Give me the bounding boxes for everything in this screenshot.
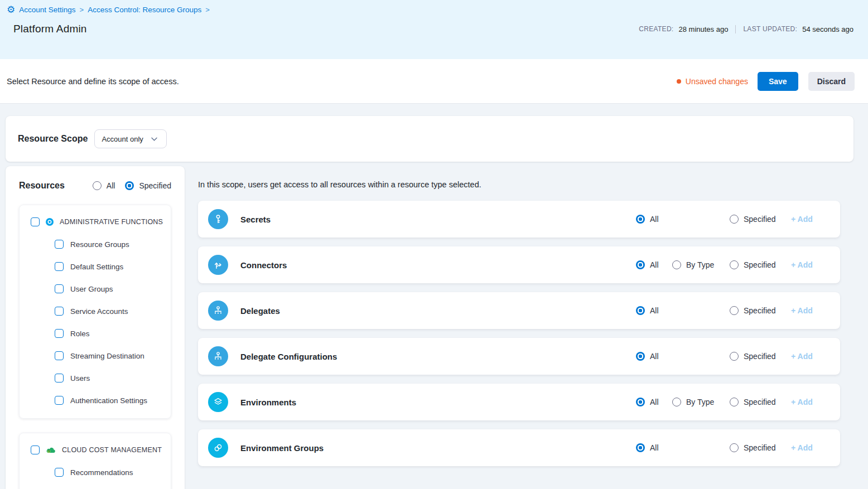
item-label: User Groups: [70, 285, 113, 293]
radio-unselected-icon[interactable]: [730, 443, 739, 452]
option-label: All: [107, 181, 115, 190]
radio-unselected-icon[interactable]: [672, 398, 681, 406]
option-specified[interactable]: Specified: [730, 306, 791, 315]
radio-selected-icon[interactable]: [125, 181, 134, 190]
settings-gear-icon: ⚙: [7, 5, 15, 14]
resource-name: Delegates: [240, 306, 280, 316]
add-link[interactable]: + Add: [791, 443, 818, 452]
toolbar-actions: Unsaved changes Save Discard: [677, 72, 855, 91]
option-all[interactable]: All: [636, 398, 672, 406]
radio-selected-icon[interactable]: [636, 306, 645, 315]
option-label: All: [650, 443, 659, 452]
item-checkbox[interactable]: [55, 240, 64, 249]
title-row: Platform Admin CREATED: 28 minutes ago L…: [7, 23, 853, 35]
item-checkbox[interactable]: [55, 374, 64, 383]
option-label: Specified: [744, 215, 776, 224]
option-label: All: [650, 260, 659, 269]
scope-description: Select Resource and define its scope of …: [7, 77, 179, 86]
radio-unselected-icon[interactable]: [93, 181, 102, 190]
group-checkbox[interactable]: [31, 217, 40, 226]
breadcrumb-separator: >: [80, 6, 84, 14]
resource-type-item: Anomalies: [20, 483, 171, 489]
resource-type-item: Users: [20, 367, 171, 389]
option-label: Specified: [139, 181, 171, 190]
resources-header: Resources AllSpecified: [19, 181, 171, 191]
item-label: Roles: [70, 330, 90, 338]
meta-divider: [735, 25, 736, 33]
resource-type-item: Streaming Destination: [20, 345, 171, 367]
resources-mode-specified[interactable]: Specified: [125, 181, 171, 190]
option-all[interactable]: All: [636, 215, 672, 224]
option-all[interactable]: All: [636, 306, 672, 315]
option-label: Specified: [744, 443, 776, 452]
breadcrumb: ⚙ Account Settings > Access Control: Res…: [7, 5, 853, 14]
row-options: AllSpecified+ Add: [636, 215, 818, 224]
content: Resource Scope Account only Resources Al…: [0, 104, 868, 489]
option-all[interactable]: All: [636, 352, 672, 361]
resource-row: EnvironmentsAllBy TypeSpecified+ Add: [198, 384, 840, 420]
radio-unselected-icon[interactable]: [730, 215, 739, 224]
last-updated-label: LAST UPDATED:: [743, 25, 797, 33]
option-label: All: [650, 306, 659, 315]
radio-selected-icon[interactable]: [636, 398, 645, 406]
option-all[interactable]: All: [636, 260, 672, 269]
page-header: ⚙ Account Settings > Access Control: Res…: [0, 0, 868, 59]
group-label: CLOUD COST MANAGEMENT: [62, 446, 162, 454]
unsaved-changes-indicator: Unsaved changes: [677, 77, 748, 86]
item-checkbox[interactable]: [55, 262, 64, 271]
radio-unselected-icon[interactable]: [730, 352, 739, 361]
resource-name: Environments: [240, 398, 296, 407]
resources-mode-all[interactable]: All: [93, 181, 115, 190]
environment-icon: [208, 392, 228, 412]
item-checkbox[interactable]: [55, 351, 64, 360]
option-by-type[interactable]: By Type: [672, 398, 730, 406]
item-checkbox[interactable]: [55, 307, 64, 316]
last-updated-value: 54 seconds ago: [802, 25, 853, 33]
add-link[interactable]: + Add: [791, 260, 818, 269]
radio-unselected-icon[interactable]: [730, 260, 739, 269]
radio-selected-icon[interactable]: [636, 352, 645, 361]
resources-mode-options: AllSpecified: [93, 181, 171, 190]
resource-scope-select[interactable]: Account only: [94, 129, 167, 148]
radio-unselected-icon[interactable]: [730, 398, 739, 406]
scope-instruction: In this scope, users get access to all r…: [198, 180, 840, 189]
option-specified[interactable]: Specified: [730, 215, 791, 224]
resource-type-item: Resource Groups: [20, 233, 171, 255]
discard-button[interactable]: Discard: [808, 72, 855, 91]
option-specified[interactable]: Specified: [730, 398, 791, 406]
radio-unselected-icon[interactable]: [730, 306, 739, 315]
radio-selected-icon[interactable]: [636, 443, 645, 452]
item-label: Recommendations: [70, 468, 133, 477]
save-button[interactable]: Save: [758, 72, 798, 91]
item-label: Users: [70, 374, 90, 383]
item-checkbox[interactable]: [55, 329, 64, 338]
item-checkbox[interactable]: [55, 468, 64, 477]
unsaved-changes-label: Unsaved changes: [686, 77, 748, 86]
option-all[interactable]: All: [636, 443, 672, 452]
breadcrumb-account-settings[interactable]: Account Settings: [19, 6, 75, 14]
item-label: Default Settings: [70, 263, 123, 271]
option-label: By Type: [686, 260, 714, 269]
group-checkbox[interactable]: [31, 446, 40, 454]
option-specified[interactable]: Specified: [730, 260, 791, 269]
resource-row: ConnectorsAllBy TypeSpecified+ Add: [198, 246, 840, 283]
item-label: Service Accounts: [70, 307, 128, 316]
item-label: Authentication Settings: [70, 396, 147, 405]
option-by-type[interactable]: By Type: [672, 260, 730, 269]
item-checkbox[interactable]: [55, 284, 64, 293]
option-specified[interactable]: Specified: [730, 443, 791, 452]
resources-panel: Resources AllSpecified ADMINISTRATIVE FU…: [6, 166, 185, 489]
cloud-cost-icon: $: [46, 447, 56, 454]
add-link[interactable]: + Add: [791, 215, 818, 224]
option-specified[interactable]: Specified: [730, 352, 791, 361]
radio-selected-icon[interactable]: [636, 260, 645, 269]
row-options: AllBy TypeSpecified+ Add: [636, 398, 818, 406]
breadcrumb-separator: >: [205, 6, 210, 14]
radio-unselected-icon[interactable]: [672, 260, 681, 269]
add-link[interactable]: + Add: [791, 398, 818, 406]
add-link[interactable]: + Add: [791, 352, 818, 361]
radio-selected-icon[interactable]: [636, 215, 645, 224]
item-checkbox[interactable]: [55, 396, 64, 405]
breadcrumb-resource-groups[interactable]: Access Control: Resource Groups: [88, 6, 201, 14]
add-link[interactable]: + Add: [791, 306, 818, 315]
